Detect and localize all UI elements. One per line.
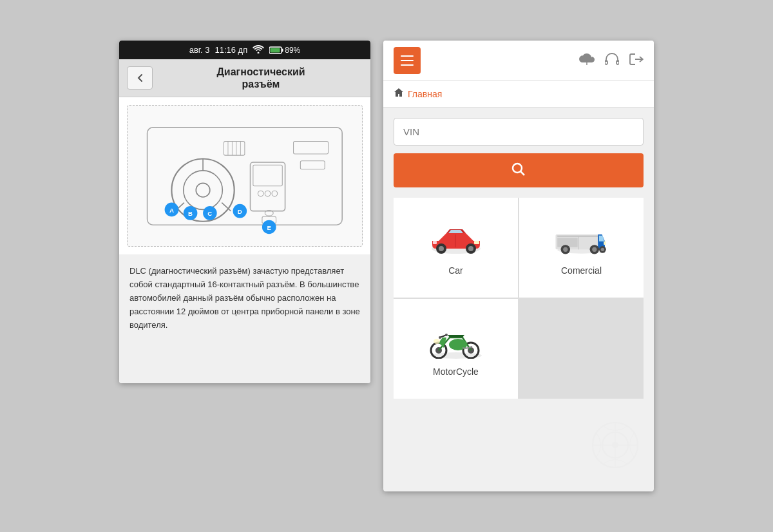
search-button[interactable]: [394, 153, 644, 187]
car-label: Car: [448, 265, 463, 276]
app-panel: Главная: [383, 41, 654, 491]
comercial-image: [553, 222, 611, 258]
svg-rect-3: [271, 48, 280, 52]
search-icon: [511, 162, 526, 178]
svg-rect-59: [604, 242, 606, 245]
comercial-label: Comercial: [561, 265, 602, 276]
hamburger-button[interactable]: [394, 47, 421, 74]
svg-rect-12: [253, 165, 282, 185]
hamburger-line-2: [401, 60, 414, 61]
svg-rect-2: [282, 48, 283, 52]
svg-rect-18: [224, 141, 245, 155]
svg-text:B: B: [188, 210, 193, 217]
vehicle-card-comercial[interactable]: Comercial: [519, 198, 644, 298]
svg-text:D: D: [238, 208, 242, 215]
wifi-icon: [253, 44, 264, 55]
cloud-icon[interactable]: [579, 53, 595, 68]
motorcycle-label: MotorCycle: [433, 366, 479, 377]
phone-header: Диагностический разъём: [119, 59, 370, 97]
watermark: [589, 419, 641, 472]
status-time: 11:16 дп: [215, 45, 247, 55]
svg-point-38: [513, 164, 522, 173]
svg-point-68: [445, 334, 448, 336]
svg-point-6: [184, 171, 223, 210]
app-header: [383, 41, 654, 81]
exit-icon[interactable]: [629, 53, 644, 69]
page-title: Диагностический разъём: [159, 66, 363, 90]
svg-line-39: [521, 172, 525, 176]
svg-point-14: [265, 191, 271, 196]
svg-rect-11: [251, 162, 285, 211]
svg-point-67: [439, 336, 441, 339]
hamburger-line-1: [401, 55, 414, 57]
headphone-icon[interactable]: [605, 53, 619, 69]
svg-rect-45: [474, 241, 479, 244]
svg-point-44: [468, 246, 473, 251]
svg-rect-24: [300, 161, 325, 169]
hamburger-line-3: [401, 64, 414, 66]
home-icon: [394, 88, 404, 100]
svg-rect-46: [433, 241, 437, 244]
header-icons: [579, 53, 644, 69]
description-text: DLC (диагностический разъём) зачастую пр…: [119, 254, 370, 383]
svg-text:E: E: [267, 224, 272, 231]
svg-rect-50: [557, 236, 598, 237]
svg-point-13: [258, 191, 264, 196]
svg-point-7: [196, 183, 210, 197]
battery-icon: 89%: [269, 46, 300, 55]
back-button[interactable]: [127, 66, 153, 90]
vin-input[interactable]: [394, 118, 644, 146]
phone-panel: авг. 3 11:16 дп 89%: [119, 41, 370, 383]
svg-point-69: [434, 339, 440, 344]
diagram-area: A B C D E: [127, 105, 363, 247]
breadcrumb: Главная: [383, 81, 654, 108]
app-content: Car: [383, 108, 654, 409]
svg-point-58: [600, 248, 604, 251]
svg-point-42: [439, 246, 444, 251]
svg-point-54: [563, 247, 568, 252]
svg-text:C: C: [207, 210, 212, 217]
motorcycle-image: [427, 323, 485, 359]
vehicle-grid: Car: [394, 198, 644, 399]
status-date: авг. 3: [189, 45, 210, 55]
status-bar: авг. 3 11:16 дп 89%: [119, 41, 370, 59]
svg-point-0: [258, 52, 260, 54]
svg-rect-23: [294, 141, 329, 153]
svg-text:A: A: [169, 207, 174, 214]
svg-point-15: [272, 191, 278, 196]
vehicle-card-car[interactable]: Car: [394, 198, 518, 298]
car-image: [427, 222, 485, 258]
breadcrumb-label: Главная: [408, 89, 442, 99]
svg-point-56: [592, 247, 596, 252]
vehicle-card-motorcycle[interactable]: MotorCycle: [394, 299, 518, 399]
